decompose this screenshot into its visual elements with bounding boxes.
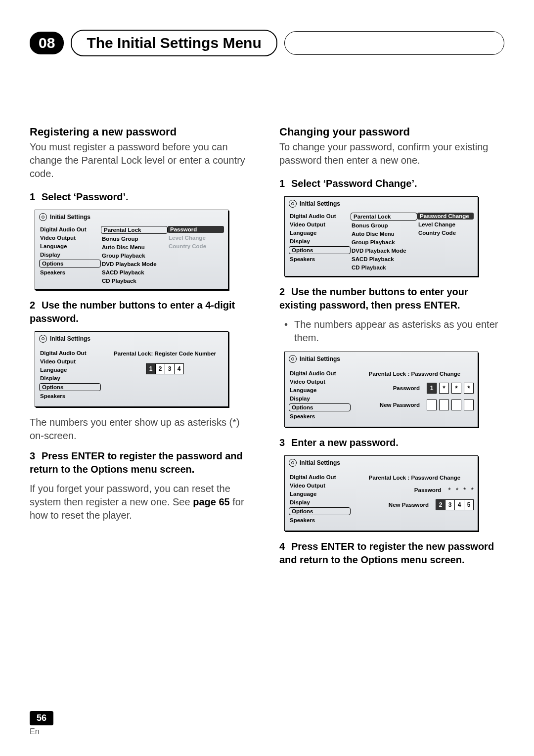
osd-pw-label: Password	[414, 487, 441, 493]
osd-mid-item: Bonus Group	[351, 222, 417, 229]
osd-header-label: Initial Settings	[50, 335, 90, 342]
osd-header: Initial Settings	[285, 197, 478, 213]
osd-left-item: Display	[289, 238, 351, 245]
section-b-intro: To change your password, confirm your ex…	[279, 140, 504, 167]
osd-newpw-label: New Password	[389, 502, 429, 508]
osd-left-item: Display	[289, 499, 351, 506]
osd-left-col: Digital Audio Out Video Output Language …	[39, 226, 101, 284]
page-ref: page 65	[193, 496, 229, 507]
osd-header: Initial Settings	[35, 210, 228, 226]
digit-cell: 4	[455, 500, 464, 510]
section-a-intro: You must register a password before you …	[30, 140, 255, 180]
section-b-step1: 1Select ‘Password Change’.	[279, 177, 504, 190]
osd-mid-col: Parental Lock Bonus Group Auto Disc Menu…	[351, 213, 417, 271]
osd-enter-existing-pw: Initial Settings Digital Audio Out Video…	[284, 352, 478, 427]
disc-icon	[39, 335, 47, 343]
dot: *	[463, 487, 466, 493]
osd-mid-item: DVD Playback Mode	[351, 247, 417, 254]
digit-cell: *	[464, 383, 474, 394]
osd-left-col: Digital Audio Out Video Output Language …	[39, 350, 101, 400]
osd-left-item: Video Output	[39, 234, 101, 241]
osd-left-item: Video Output	[289, 221, 351, 228]
osd-header-label: Initial Settings	[50, 214, 90, 221]
section-b-step1-text: Select ‘Password Change’.	[291, 178, 417, 189]
section-b-step3: 3Enter a new password.	[279, 436, 504, 449]
osd-header-label: Initial Settings	[300, 459, 340, 466]
manual-page: 08 The Initial Settings Menu Registering…	[0, 0, 534, 756]
osd-left-item: Speakers	[289, 256, 351, 263]
osd-left-item: Language	[289, 387, 351, 394]
disc-icon	[289, 459, 297, 467]
osd-pw-dots: * * * *	[448, 487, 474, 493]
osd-left-item: Speakers	[289, 517, 351, 524]
chapter-badge: 08	[30, 32, 64, 54]
page-title-pill: The Initial Settings Menu	[71, 30, 277, 56]
digit-cell: 2	[156, 364, 165, 374]
digit-cell: 5	[464, 500, 473, 510]
osd-left-item: Language	[39, 366, 101, 373]
dot: *	[448, 487, 450, 493]
digit-cell-empty	[427, 400, 437, 410]
osd-pw-digits: 1 * * *	[427, 383, 474, 394]
osd-left-item: Speakers	[289, 413, 351, 420]
osd-left-item: Display	[39, 375, 101, 382]
osd-right-col: Password Level Change Country Code	[168, 226, 224, 284]
osd-right-item: Country Code	[417, 229, 474, 236]
osd-mid-item: SACD Playback	[101, 269, 168, 276]
osd-left-item: Display	[289, 395, 351, 402]
osd-left-item-selected: Options	[289, 246, 351, 254]
osd-left-item: Digital Audio Out	[289, 213, 351, 220]
digit-cell: 3	[165, 364, 175, 374]
page-header: 08 The Initial Settings Menu	[30, 30, 504, 56]
osd-mid-item: Auto Disc Menu	[101, 244, 168, 251]
section-a-step2-text: Use the number buttons to enter a 4-digi…	[30, 300, 235, 324]
page-footer: 56 En	[30, 711, 53, 736]
disc-icon	[39, 213, 47, 221]
content-columns: Registering a new password You must regi…	[30, 126, 504, 573]
osd-pwchange-title: Parental Lock : Password Change	[356, 371, 474, 377]
osd-right-col: Password Change Level Change Country Cod…	[417, 213, 474, 271]
digit-cell: *	[439, 383, 449, 394]
osd-left-item: Language	[39, 243, 101, 250]
osd-mid-item-selected: Parental Lock	[101, 226, 168, 234]
osd-newpw-digits: 2 3 4 5	[436, 499, 474, 510]
digit-cell-empty	[451, 400, 461, 410]
osd-mid-item: Bonus Group	[101, 235, 168, 242]
section-a-heading: Registering a new password	[30, 126, 255, 138]
osd-mid-col: Parental Lock Bonus Group Auto Disc Menu…	[101, 226, 168, 284]
dot: *	[471, 487, 474, 493]
right-column: Changing your password To change your pa…	[279, 126, 504, 573]
disc-icon	[289, 355, 297, 363]
osd-left-item: Language	[289, 229, 351, 236]
osd-left-item: Speakers	[39, 269, 101, 276]
osd-enter-code: Initial Settings Digital Audio Out Video…	[35, 331, 228, 407]
section-a-step3: 3Press ENTER to register the password an…	[30, 449, 255, 476]
osd-header: Initial Settings	[285, 352, 478, 368]
osd-left-item: Video Output	[39, 358, 101, 365]
osd-left-item-selected: Options	[289, 403, 351, 411]
section-b-bullet: The numbers appear as asterisks as you e…	[279, 318, 504, 345]
section-a-step3-text: Press ENTER to register the password and…	[30, 450, 243, 475]
dot: *	[456, 487, 458, 493]
osd-mid-item: CD Playback	[101, 277, 168, 284]
osd-left-col: Digital Audio Out Video Output Language …	[289, 213, 351, 271]
osd-center-panel: Parental Lock: Register Code Number 1 2 …	[106, 350, 224, 400]
section-b-step4-text: Press ENTER to register the new password…	[279, 541, 494, 565]
osd-left-item: Video Output	[289, 482, 351, 489]
osd-header: Initial Settings	[35, 332, 228, 348]
osd-left-item: Digital Audio Out	[289, 370, 351, 377]
section-b-heading: Changing your password	[279, 126, 504, 138]
digit-cell: 4	[175, 364, 183, 374]
section-b-step4: 4Press ENTER to register the new passwor…	[279, 540, 504, 567]
osd-enter-new-pw: Initial Settings Digital Audio Out Video…	[284, 455, 478, 531]
osd-header: Initial Settings	[285, 456, 478, 472]
header-spacer-pill	[284, 31, 504, 55]
osd-left-item: Language	[289, 490, 351, 497]
osd-register-title: Parental Lock: Register Code Number	[114, 351, 216, 356]
osd-left-item: Video Output	[289, 378, 351, 385]
osd-left-item-selected: Options	[39, 383, 101, 391]
section-a-step1: 1Select ‘Password’.	[30, 190, 255, 204]
digit-cell: *	[451, 383, 461, 394]
section-a-step2: 2Use the number buttons to enter a 4-dig…	[30, 299, 255, 325]
osd-header-label: Initial Settings	[300, 200, 340, 207]
